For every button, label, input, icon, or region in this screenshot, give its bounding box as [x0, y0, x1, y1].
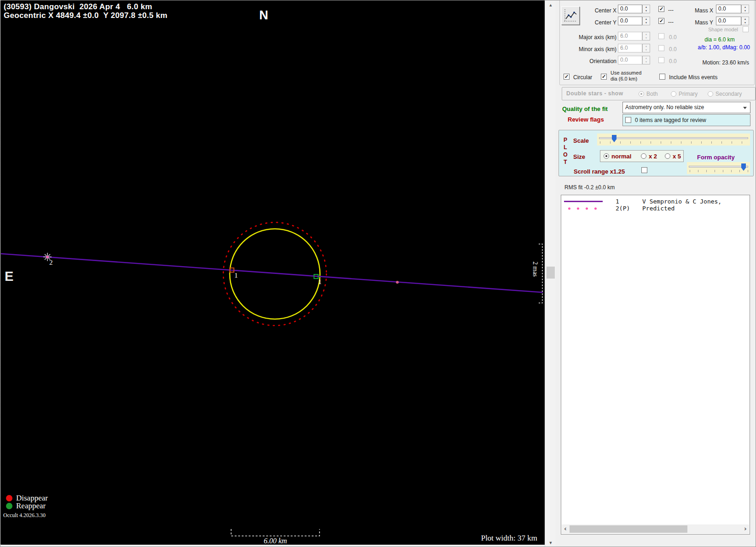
major-axis-input[interactable]: 6.0 [618, 32, 642, 41]
scroll-range-label: Scroll range x1.25 [574, 168, 625, 175]
spinner-down-icon[interactable]: ▼ [643, 36, 650, 40]
spinner-up-icon[interactable]: ▲ [643, 32, 650, 36]
spinner-down-icon[interactable]: ▼ [643, 60, 650, 64]
center-y-spinner[interactable]: ▲ ▼ [642, 17, 650, 25]
center-y-input[interactable]: 0.0 [618, 17, 642, 25]
size-label: Size [573, 153, 585, 160]
plot-area[interactable]: (30593) Dangovski 2026 Apr 4 6.0 km Geoc… [0, 0, 545, 545]
shape-model-checkbox[interactable] [743, 26, 749, 32]
use-assumed-line2: dia (6.0 km) [611, 76, 641, 82]
reappear-dot-icon [6, 503, 12, 509]
center-x-input[interactable]: 0.0 [618, 5, 642, 13]
dia-readout: dia = 6.0 km [689, 36, 750, 43]
km-scale-bar [231, 529, 320, 536]
orientation-checkbox[interactable] [658, 57, 664, 63]
spinner-up-icon[interactable]: ▲ [643, 56, 650, 60]
mass-y-spinner[interactable]: ▲ ▼ [741, 17, 749, 25]
include-miss-checkbox[interactable] [659, 74, 665, 80]
plot-controls-group: P L O T Scale Size normal x 2 x 5 Form o… [558, 130, 754, 176]
chord-legend-listbox[interactable]: 1 V Sempronio & C Jones, 2(P) Predicted … [561, 195, 750, 535]
spinner-down-icon[interactable]: ▼ [742, 21, 749, 24]
vertical-scrollbar-thumb[interactable] [547, 267, 555, 279]
plot-vertical-scrollbar[interactable]: ▲ ▼ [545, 0, 556, 547]
form-opacity-slider-groove [689, 166, 748, 168]
center-x-spinner[interactable]: ▲ ▼ [642, 5, 650, 13]
checkmark-icon: ✓ [602, 74, 606, 79]
legend-row-label: Predicted [642, 205, 675, 212]
dropdown-arrow-icon[interactable] [743, 107, 747, 109]
center-x-label: Center X [574, 7, 616, 14]
orientation-spinner[interactable]: ▲ ▼ [642, 56, 650, 64]
scroll-down-icon[interactable]: ▼ [545, 538, 556, 547]
scroll-left-icon[interactable]: ‹ [562, 524, 569, 534]
major-axis-checkbox[interactable] [658, 33, 664, 39]
spinner-up-icon[interactable]: ▲ [643, 44, 650, 48]
mass-x-input[interactable]: 0.0 [716, 5, 741, 13]
center-x-checkbox[interactable]: ✓ [658, 6, 664, 12]
size-normal-radio[interactable] [604, 153, 609, 159]
legend-row-key: 1 [616, 198, 642, 205]
form-opacity-slider-ticks [690, 170, 748, 172]
include-miss-label: Include Miss events [669, 74, 717, 81]
spinner-down-icon[interactable]: ▼ [643, 48, 650, 52]
double-stars-both-radio[interactable] [639, 91, 644, 97]
scroll-right-icon[interactable]: › [742, 524, 749, 534]
orientation-input[interactable]: 0.0 [618, 56, 642, 64]
review-flags-checkbox[interactable] [625, 117, 631, 123]
legend-row-key: 2(P) [616, 205, 642, 212]
scale-slider[interactable] [597, 134, 750, 145]
legend-row-chord1[interactable]: 1 V Sempronio & C Jones, [564, 198, 721, 205]
shape-model-label: Shape model [694, 27, 738, 32]
plot-vertical-label: P L O T [563, 136, 568, 166]
scroll-up-icon[interactable]: ▲ [545, 0, 556, 10]
chord1-line-swatch-icon [564, 201, 603, 202]
spinner-down-icon[interactable]: ▼ [643, 21, 650, 24]
minor-axis-checkbox[interactable] [658, 45, 664, 51]
center-y-checkbox[interactable]: ✓ [658, 18, 664, 24]
east-label: E [5, 269, 13, 284]
use-assumed-dia-checkbox[interactable]: ✓ [601, 74, 607, 80]
disappear-dot-icon [6, 495, 12, 501]
size-x2-radio[interactable] [641, 153, 646, 159]
quality-of-fit-value: Astrometry only. No reliable size [625, 104, 704, 111]
checkmark-icon: ✓ [659, 18, 663, 23]
scroll-range-checkbox[interactable] [641, 167, 647, 173]
legend-horizontal-scrollbar[interactable]: ‹ › [562, 524, 749, 534]
spinner-down-icon[interactable]: ▼ [643, 9, 650, 12]
spinner-down-icon[interactable]: ▼ [742, 9, 749, 12]
uncertainty-dotted-circle [223, 222, 326, 326]
star2-label: 2 [49, 259, 53, 267]
chord1-label-right: 1 [318, 278, 322, 286]
major-axis-spinner[interactable]: ▲ ▼ [642, 32, 650, 41]
minor-axis-input[interactable]: 6.0 [618, 44, 642, 52]
minor-axis-spinner[interactable]: ▲ ▼ [642, 44, 650, 52]
mass-x-spinner[interactable]: ▲ ▼ [741, 5, 749, 13]
plot-letter-o: O [563, 151, 568, 158]
plot-letter-t: T [563, 158, 568, 166]
circular-checkbox[interactable]: ✓ [564, 74, 570, 80]
quality-of-fit-dropdown[interactable]: Astrometry only. No reliable size [622, 102, 750, 113]
size-x5-radio[interactable] [665, 153, 670, 159]
review-flags-text: 0 items are tagged for review [635, 117, 706, 123]
legend-row-predicted[interactable]: 2(P) Predicted [564, 205, 675, 212]
spinner-up-icon[interactable]: ▲ [643, 17, 650, 21]
checkmark-icon: ✓ [659, 6, 663, 12]
quality-of-fit-label: Quality of the fit [562, 105, 608, 112]
spinner-up-icon[interactable]: ▲ [742, 17, 749, 21]
spinner-up-icon[interactable]: ▲ [742, 5, 749, 9]
double-stars-primary-label: Primary [679, 91, 698, 97]
horizontal-scrollbar-thumb[interactable] [570, 525, 687, 533]
double-stars-secondary-radio[interactable] [708, 91, 713, 97]
double-stars-primary-radio[interactable] [671, 91, 676, 97]
form-opacity-label: Form opacity [697, 154, 735, 161]
north-label: N [259, 8, 268, 23]
form-opacity-slider[interactable] [687, 162, 750, 174]
occult-plot-window: (30593) Dangovski 2026 Apr 4 6.0 km Geoc… [0, 0, 756, 547]
circular-label: Circular [573, 74, 592, 81]
spinner-up-icon[interactable]: ▲ [643, 5, 650, 9]
chord1-label-left: 1 [234, 272, 238, 279]
mass-y-label: Mass Y [686, 19, 713, 26]
major-axis-aux-label: 0.0 [669, 34, 677, 41]
checkmark-icon: ✓ [564, 74, 569, 79]
mass-y-input[interactable]: 0.0 [716, 17, 741, 25]
